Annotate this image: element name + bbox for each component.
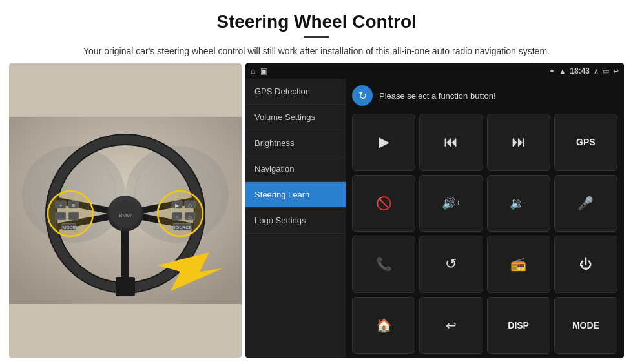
function-panel: ↻ Please select a function button! ▶ ⏮ ⏭… (346, 79, 624, 358)
svg-rect-38 (116, 277, 135, 296)
vol-up-button[interactable]: 🔊+ (419, 175, 483, 232)
expand-icon: ∧ (594, 67, 599, 76)
page: Steering Wheel Control Your original car… (0, 0, 633, 364)
menu-item-navigation[interactable]: Navigation (245, 156, 346, 182)
bluetooth-icon: ✦ (549, 67, 555, 76)
play-button[interactable]: ▶ (352, 114, 415, 171)
vol-down-button[interactable]: 🔉− (487, 175, 550, 232)
header-section: Steering Wheel Control Your original car… (45, 0, 588, 63)
content-area: BMW + ≡ − 📞 MODE ▶ ◇ (0, 63, 633, 364)
power-button[interactable]: ⏻ (554, 236, 617, 293)
home-icon[interactable]: ⌂ (251, 66, 255, 76)
window-icon: ▭ (603, 67, 609, 76)
next-button[interactable]: ⏭ (487, 114, 550, 171)
mode-button[interactable]: MODE (554, 297, 617, 354)
menu-item-logo[interactable]: Logo Settings (245, 208, 346, 234)
home-button[interactable]: 🏠 (352, 297, 415, 354)
svg-text:MODE: MODE (63, 225, 76, 230)
disp-button[interactable]: DISP (487, 297, 550, 354)
steering-wheel-image: BMW + ≡ − 📞 MODE ▶ ◇ (9, 63, 242, 358)
function-header: ↻ Please select a function button! (352, 83, 617, 108)
call-rotate-button[interactable]: ↺ (419, 236, 483, 293)
menu-item-volume[interactable]: Volume Settings (245, 105, 346, 130)
svg-text:SOURCE: SOURCE (172, 225, 192, 230)
svg-text:📞: 📞 (71, 214, 77, 220)
refresh-icon[interactable]: ↻ (352, 85, 373, 106)
svg-text:+: + (59, 203, 63, 208)
steering-wheel-svg: BMW + ≡ − 📞 MODE ▶ ◇ (9, 63, 242, 358)
svg-text:≡: ≡ (72, 203, 76, 208)
image-icon[interactable]: ▣ (260, 66, 267, 76)
svg-text:▶: ▶ (175, 203, 180, 208)
mic-button[interactable]: 🎤 (554, 175, 617, 232)
prev-button[interactable]: ⏮ (419, 114, 483, 171)
header-subtitle: Your original car's steering wheel contr… (83, 45, 550, 58)
svg-text:−: − (59, 214, 63, 220)
main-split: GPS Detection Volume Settings Brightness… (245, 79, 624, 358)
header-divider (304, 36, 329, 38)
function-header-text: Please select a function button! (379, 91, 496, 101)
mute-button[interactable]: 🚫 (352, 175, 415, 232)
menu-item-brightness[interactable]: Brightness (245, 130, 346, 156)
phone-button[interactable]: 📞 (352, 236, 415, 293)
gps-button[interactable]: GPS (554, 114, 617, 171)
function-grid: ▶ ⏮ ⏭ GPS 🚫 🔊+ 🔉− 🎤 📞 ↺ 📻 ⏻ (352, 114, 617, 354)
menu-item-gps[interactable]: GPS Detection (245, 79, 346, 105)
menu-panel: GPS Detection Volume Settings Brightness… (245, 79, 346, 358)
status-bar: ⌂ ▣ ✦ ▲ 18:43 ∧ ▭ ↩ (245, 63, 624, 79)
head-unit-panel: ⌂ ▣ ✦ ▲ 18:43 ∧ ▭ ↩ GPS Detection Volume… (245, 63, 624, 358)
svg-text:◇: ◇ (188, 214, 192, 220)
menu-item-steering-learn[interactable]: Steering Learn (245, 182, 346, 208)
svg-text:◇: ◇ (188, 203, 192, 208)
status-bar-right: ✦ ▲ 18:43 ∧ ▭ ↩ (549, 66, 619, 76)
back-button[interactable]: ↩ (419, 297, 483, 354)
wifi-icon: ▲ (559, 67, 566, 75)
status-bar-left: ⌂ ▣ (251, 66, 267, 76)
back-nav-icon[interactable]: ↩ (613, 67, 619, 76)
time-display: 18:43 (570, 66, 590, 76)
radio-button[interactable]: 📻 (487, 236, 550, 293)
page-title: Steering Wheel Control (83, 12, 550, 32)
svg-text:○: ○ (175, 214, 178, 220)
svg-text:BMW: BMW (119, 212, 132, 218)
